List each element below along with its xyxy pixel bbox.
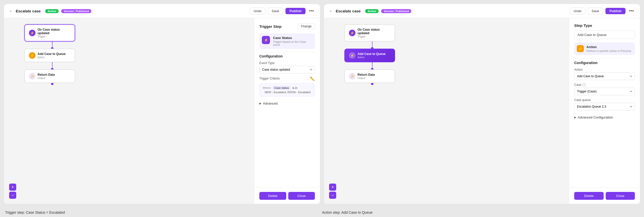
right-save-button[interactable]: Save (588, 8, 603, 14)
left-undo-button[interactable]: Undo (250, 8, 265, 14)
caption-bar: Trigger step: Case Status = Escalated Ac… (0, 208, 644, 217)
right-trigger-title: On Case status updated (358, 28, 391, 35)
left-back-button[interactable]: ← (9, 9, 13, 13)
where-label: Where (263, 86, 271, 89)
action-config-panel: Step Type Add Case to Queue ⚡ Action Per… (569, 18, 640, 204)
case-select[interactable]: Trigger (Case) (574, 88, 635, 95)
output-node-icon: ⚡ (29, 73, 36, 80)
trigger-close-button[interactable]: Close (288, 192, 315, 200)
right-action-title: Add Case to Queue (358, 52, 386, 56)
criteria-field: Case status (273, 86, 291, 90)
left-panel: ← Escalate case Active Version: Publishe… (4, 4, 320, 204)
trigger-node[interactable]: ⚡ On Case status updated Trigger (24, 24, 75, 42)
step-type-value: Add Case to Queue (574, 31, 635, 39)
right-action-node[interactable]: ⚡ Add Case to Queue Action (344, 49, 395, 62)
right-connector-1 (372, 42, 372, 49)
action-type-name: Action (586, 45, 631, 49)
action-config-title: Configuration (574, 61, 635, 65)
action-close-button[interactable]: Close (606, 192, 635, 200)
left-dots-button[interactable]: ••• (308, 8, 315, 14)
left-canvas: ⚡ On Case status updated Trigger ⚡ (4, 18, 254, 204)
trigger-node-title: On Case status updated (38, 28, 71, 35)
action-type-icon: ⚡ (577, 45, 584, 52)
right-output-icon: ⚡ (349, 73, 355, 80)
right-zoom-out-button[interactable]: − (329, 192, 336, 199)
right-output-label: Output (358, 77, 375, 80)
advanced-config-chevron: ▶ (574, 116, 576, 119)
advanced-row[interactable]: ▶ Advanced (259, 100, 315, 107)
trigger-panel-footer: Delete Close (254, 188, 320, 204)
action-delete-button[interactable]: Delete (574, 192, 604, 200)
caption-right: Action step: Add Case to Queue (322, 210, 639, 214)
trigger-criteria-label: Trigger Criteria (259, 77, 280, 80)
right-badge-published: Version: Published (381, 9, 411, 13)
config-section-title: Configuration (259, 54, 315, 58)
action-node-title: Add Case to Queue (38, 52, 66, 56)
event-type-select[interactable]: Case status updated (259, 66, 315, 73)
action-panel-footer: Delete Close (569, 188, 640, 204)
right-connector-2 (372, 62, 372, 69)
action-type-desc: Perform a specific action in Persona (586, 49, 631, 52)
action-node-icon: ⚡ (29, 52, 36, 59)
queue-select[interactable]: Escalation Queue 2.3 (574, 103, 635, 110)
trigger-node-icon: ⚡ (29, 30, 36, 36)
zoom-out-button[interactable]: − (9, 192, 16, 199)
left-save-button[interactable]: Save (268, 8, 283, 14)
action-type-item[interactable]: ⚡ Action Perform a specific action in Pe… (574, 43, 635, 55)
trigger-delete-button[interactable]: Delete (259, 192, 286, 200)
right-publish-button[interactable]: Publish (605, 8, 625, 14)
action-label: Action (574, 68, 635, 71)
trigger-change-button[interactable]: Change (298, 23, 315, 29)
right-panel-title: Escalate case (336, 9, 361, 13)
connector-2 (52, 62, 53, 69)
queue-label: Case queue (574, 98, 635, 102)
trigger-type-icon: ⚡ (262, 36, 270, 44)
criteria-box: Where Case status is in NEW - Escalated,… (259, 83, 315, 96)
right-badge-active: Active (365, 9, 379, 13)
step-type-title: Step Type (574, 23, 635, 28)
trigger-node-label: Trigger (38, 35, 71, 38)
criteria-value: NEW - Escalated, RDON - Escalated (265, 91, 312, 94)
left-panel-title: Escalate case (16, 9, 41, 13)
connector-1 (52, 42, 53, 49)
right-trigger-icon: ⚡ (349, 30, 355, 36)
left-publish-button[interactable]: Publish (285, 8, 306, 14)
advanced-config-row[interactable]: ▶ Advanced Configuration (574, 113, 635, 121)
action-node-label: Action (38, 56, 66, 59)
advanced-chevron: ▶ (259, 102, 261, 105)
output-node[interactable]: ⚡ Return Data Output (24, 69, 75, 83)
advanced-config-label: Advanced Configuration (578, 115, 613, 119)
event-type-label: Event Type (259, 61, 315, 65)
trigger-type-item[interactable]: ⚡ Case Status Trigger based on the Case … (259, 33, 315, 49)
advanced-label: Advanced (263, 102, 278, 105)
right-zoom-in-button[interactable]: + (329, 184, 336, 191)
right-action-label: Action (358, 56, 386, 59)
trigger-type-name: Case Status (273, 36, 312, 40)
right-trigger-label: Trigger (358, 35, 391, 38)
right-back-button[interactable]: ← (329, 9, 333, 13)
output-node-title: Return Data (38, 73, 55, 76)
right-trigger-node[interactable]: ⚡ On Case status updated Trigger (344, 24, 395, 42)
criteria-operator: is in (292, 86, 297, 89)
right-output-node[interactable]: ⚡ Return Data Output (344, 69, 395, 83)
case-info-icon: i (582, 83, 586, 87)
zoom-in-button[interactable]: + (9, 184, 16, 191)
left-badge-published: Version: Published (61, 9, 91, 13)
trigger-side-panel: Trigger Step Change ⚡ Case Status Trigge… (254, 18, 320, 204)
edit-criteria-icon[interactable]: ✏️ (310, 76, 315, 81)
left-panel-header: ← Escalate case Active Version: Publishe… (4, 4, 320, 18)
right-dots-button[interactable]: ••• (628, 8, 635, 14)
case-label: Case i (574, 83, 635, 87)
right-undo-button[interactable]: Undo (570, 8, 585, 14)
output-node-label: Output (38, 77, 55, 80)
right-canvas: ⚡ On Case status updated Trigger ⚡ (324, 18, 569, 204)
right-action-icon: ⚡ (349, 52, 355, 59)
action-select[interactable]: Add Case to Queue (574, 72, 635, 80)
trigger-type-desc: Trigger based on the Case event (273, 40, 312, 46)
trigger-panel-title: Trigger Step (259, 24, 282, 29)
right-output-title: Return Data (358, 73, 375, 76)
right-panel: ← Escalate case Active Version: Publishe… (324, 4, 640, 204)
left-badge-active: Active (45, 9, 59, 13)
action-node[interactable]: ⚡ Add Case to Queue Action (24, 49, 75, 62)
right-panel-header: ← Escalate case Active Version: Publishe… (324, 4, 640, 18)
